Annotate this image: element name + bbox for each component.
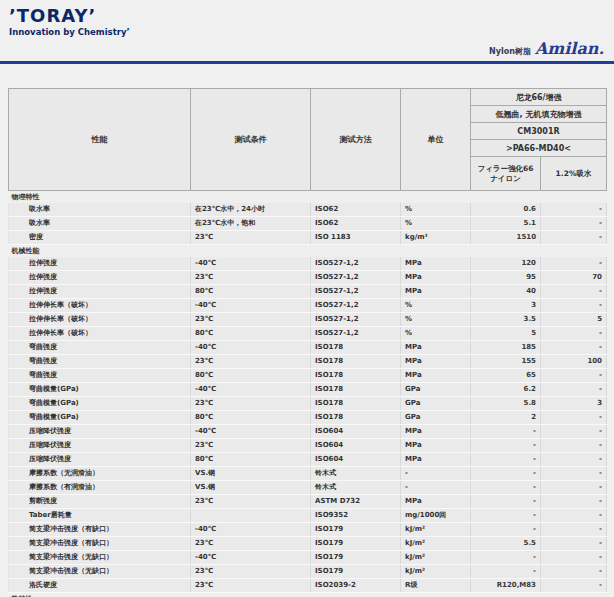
method-cell: ISO179	[311, 537, 401, 551]
toray-tagline: Innovation by Chemistry’	[9, 27, 130, 37]
value-cell-2: 5	[541, 313, 607, 327]
condition-cell: -40℃	[191, 523, 311, 537]
table-row: 压缩降伏强度80℃ISO604MPa--	[9, 453, 607, 467]
property-cell: 剪断强度	[9, 495, 191, 509]
table-row: 弯曲强度23℃ISO178MPa155100	[9, 355, 607, 369]
unit-cell: -	[401, 481, 471, 495]
value-cell-1: -	[471, 453, 541, 467]
toray-logo: ’TORAY’ Innovation by Chemistry’	[9, 6, 130, 37]
condition-cell: 在23℃水中，24小时	[191, 203, 311, 217]
table-row: 弯曲强度80℃ISO178MPa65-	[9, 369, 607, 383]
property-cell: 压缩降伏强度	[9, 453, 191, 467]
col-header-property: 性能	[9, 89, 191, 191]
method-cell: ISO604	[311, 453, 401, 467]
value-cell-1: -	[471, 565, 541, 579]
value-cell-1: 1510	[471, 231, 541, 245]
table-row: 拉伸伸长率（破坏）23℃ISO527-1,2%3.55	[9, 313, 607, 327]
table-row: 吸水率在23℃水中，24小时ISO62%0.6-	[9, 203, 607, 217]
condition-cell: 80℃	[191, 369, 311, 383]
table-row: 弯曲强度-40℃ISO178MPa185-	[9, 341, 607, 355]
condition-cell: VS.钢	[191, 481, 311, 495]
value-cell-1: -	[471, 523, 541, 537]
table-row: 摩擦系数（有润滑油）VS.钢铃木式---	[9, 481, 607, 495]
unit-cell: %	[401, 313, 471, 327]
product-feature: 低翘曲, 无机填充物增强	[471, 106, 607, 123]
value-cell-2: -	[541, 425, 607, 439]
condition-cell: 80℃	[191, 327, 311, 341]
method-cell: ISO527-1,2	[311, 313, 401, 327]
col-header-test-method: 测试方法	[311, 89, 401, 191]
value-cell-1: -	[471, 439, 541, 453]
unit-cell: %	[401, 299, 471, 313]
condition-cell: 23℃	[191, 439, 311, 453]
value-cell-2: 100	[541, 355, 607, 369]
table-row: 弯曲模量(GPa)23℃ISO178GPa5.83	[9, 397, 607, 411]
unit-cell: MPa	[401, 425, 471, 439]
unit-cell: GPa	[401, 397, 471, 411]
unit-cell: %	[401, 327, 471, 341]
unit-cell: MPa	[401, 439, 471, 453]
value-col1-header: フィラー強化66 ナイロン	[471, 157, 541, 191]
property-cell: 拉伸伸长率（破坏）	[9, 313, 191, 327]
unit-cell: MPa	[401, 257, 471, 271]
value-cell-1: 65	[471, 369, 541, 383]
table-row: 剪断强度23℃ASTM D732MPa--	[9, 495, 607, 509]
property-cell: 吸水率	[9, 203, 191, 217]
method-cell: ASTM D732	[311, 495, 401, 509]
table-header: 性能 测试条件 测试方法 单位 尼龙66/增强 低翘曲, 无机填充物增强 CM3…	[9, 89, 607, 191]
property-cell: 拉伸伸长率（破坏）	[9, 299, 191, 313]
table-row: 拉伸强度80℃ISO527-1,2MPa40-	[9, 285, 607, 299]
value-cell-2: -	[541, 523, 607, 537]
condition-cell: -40℃	[191, 341, 311, 355]
unit-cell: MPa	[401, 369, 471, 383]
product-category: 尼龙66/增强	[471, 89, 607, 106]
value-cell-1: 5.1	[471, 217, 541, 231]
method-cell: ISO179	[311, 565, 401, 579]
condition-cell: -40℃	[191, 257, 311, 271]
value-cell-2: -	[541, 565, 607, 579]
unit-cell: %	[401, 217, 471, 231]
unit-cell: MPa	[401, 271, 471, 285]
method-cell: ISO527-1,2	[311, 327, 401, 341]
value-cell-1: 5.5	[471, 537, 541, 551]
unit-cell: MPa	[401, 285, 471, 299]
table-row: 摩擦系数（无润滑油）VS.钢铃木式---	[9, 467, 607, 481]
table-row: 简支梁冲击强度（有缺口）-40℃ISO179kJ/m²--	[9, 523, 607, 537]
value-cell-1: 6.2	[471, 383, 541, 397]
value-cell-2: 3	[541, 397, 607, 411]
method-cell: ISO62	[311, 217, 401, 231]
condition-cell: 23℃	[191, 495, 311, 509]
value-cell-2: -	[541, 579, 607, 593]
method-cell: ISO178	[311, 383, 401, 397]
property-cell: 弯曲模量(GPa)	[9, 383, 191, 397]
col-header-unit: 单位	[401, 89, 471, 191]
value-cell-1: 2	[471, 411, 541, 425]
condition-cell: -40℃	[191, 551, 311, 565]
method-cell: ISO9352	[311, 509, 401, 523]
value-cell-1: 3.5	[471, 313, 541, 327]
value-cell-1: 5.8	[471, 397, 541, 411]
page-header: ’TORAY’ Innovation by Chemistry’ Nylon树脂…	[0, 0, 614, 88]
value-cell-2: -	[541, 495, 607, 509]
product-family-brand: Nylon树脂 Amilan.	[489, 41, 604, 57]
condition-cell: -40℃	[191, 383, 311, 397]
value-cell-2: -	[541, 383, 607, 397]
unit-cell: kJ/m²	[401, 565, 471, 579]
value-cell-1: 40	[471, 285, 541, 299]
section-label: 热特性	[9, 593, 607, 597]
property-cell: 摩擦系数（无润滑油）	[9, 467, 191, 481]
property-cell: 简支梁冲击强度（无缺口）	[9, 551, 191, 565]
value-cell-1: 95	[471, 271, 541, 285]
value-cell-1: -	[471, 467, 541, 481]
datasheet-page: ’TORAY’ Innovation by Chemistry’ Nylon树脂…	[0, 0, 614, 597]
properties-table: 性能 测试条件 测试方法 单位 尼龙66/增强 低翘曲, 无机填充物增强 CM3…	[8, 88, 607, 597]
table-row: 拉伸强度-40℃ISO527-1,2MPa120-	[9, 257, 607, 271]
header-divider	[0, 61, 614, 64]
value-cell-2: -	[541, 257, 607, 271]
section-row: 物理特性	[9, 191, 607, 204]
value-cell-1: 0.6	[471, 203, 541, 217]
unit-cell: -	[401, 467, 471, 481]
property-cell: 简支梁冲击强度（有缺口）	[9, 523, 191, 537]
condition-cell: 80℃	[191, 453, 311, 467]
method-cell: ISO178	[311, 397, 401, 411]
